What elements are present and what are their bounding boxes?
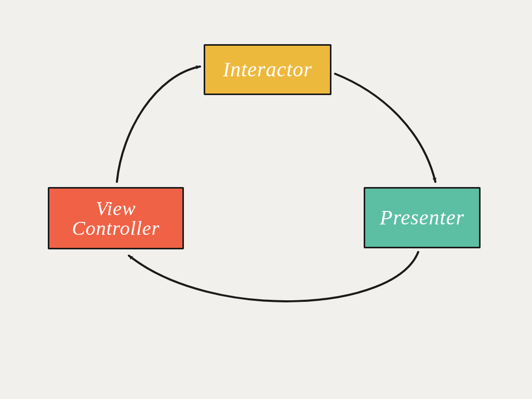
vip-cycle-diagram: Interactor View Controller Presenter — [0, 0, 532, 399]
node-view-controller: View Controller — [48, 187, 184, 249]
node-view-controller-label: View Controller — [55, 198, 177, 238]
node-interactor-label: Interactor — [223, 59, 312, 80]
node-interactor: Interactor — [204, 44, 331, 95]
arrow-interactor-to-presenter — [335, 74, 435, 182]
arrow-presenter-to-vc — [129, 252, 418, 301]
node-presenter-label: Presenter — [380, 207, 464, 228]
node-presenter: Presenter — [364, 187, 481, 248]
arrow-vc-to-interactor — [117, 66, 200, 182]
